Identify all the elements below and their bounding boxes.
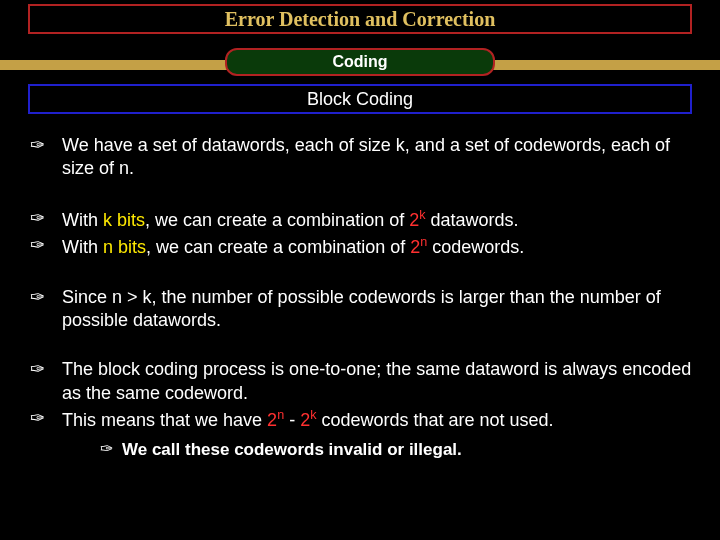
list-item: ✑ We have a set of datawords, each of si… [28, 134, 692, 181]
flourish-icon: ✑ [28, 234, 62, 257]
highlight: k bits [103, 210, 145, 230]
subtitle-bar: Block Coding [28, 84, 692, 114]
title-bar: Error Detection and Correction [28, 4, 692, 34]
bullet-text: We have a set of datawords, each of size… [62, 134, 692, 181]
coding-label: Coding [332, 53, 387, 71]
list-item: ✑ This means that we have 2n - 2k codewo… [28, 407, 692, 432]
bullet-text: Since n > k, the number of possible code… [62, 286, 692, 333]
list-item: ✑ Since n > k, the number of possible co… [28, 286, 692, 333]
bullet-text: This means that we have 2n - 2k codeword… [62, 407, 692, 432]
sub-bullet-text: We call these codewords invalid or illeg… [122, 439, 692, 461]
flourish-icon: ✑ [28, 407, 62, 430]
flourish-icon: ✑ [28, 286, 62, 309]
bullet-group-4: ✑ The block coding process is one-to-one… [28, 358, 692, 460]
sub-list-item: ✑ We call these codewords invalid or ill… [100, 439, 692, 461]
flourish-icon: ✑ [28, 134, 62, 157]
list-item: ✑ The block coding process is one-to-one… [28, 358, 692, 405]
bullet-group-3: ✑ Since n > k, the number of possible co… [28, 286, 692, 333]
bullet-group-2: ✑ With k bits, we can create a combinati… [28, 207, 692, 260]
bullet-text: With k bits, we can create a combination… [62, 207, 692, 232]
highlight-red: 2k [300, 410, 316, 430]
highlight-red: 2k [409, 210, 425, 230]
bullet-group-1: ✑ We have a set of datawords, each of si… [28, 134, 692, 181]
page-title: Error Detection and Correction [225, 8, 496, 31]
flourish-icon: ✑ [28, 358, 62, 381]
highlight-red: 2n [410, 237, 427, 257]
list-item: ✑ With n bits, we can create a combinati… [28, 234, 692, 259]
coding-badge: Coding [225, 48, 495, 76]
flourish-icon: ✑ [28, 207, 62, 230]
list-item: ✑ With k bits, we can create a combinati… [28, 207, 692, 232]
slide-content: ✑ We have a set of datawords, each of si… [28, 134, 692, 487]
bullet-text: With n bits, we can create a combination… [62, 234, 692, 259]
subtitle: Block Coding [307, 89, 413, 110]
highlight: n bits [103, 237, 146, 257]
highlight-red: 2n [267, 410, 284, 430]
flourish-icon: ✑ [100, 439, 122, 460]
bullet-text: The block coding process is one-to-one; … [62, 358, 692, 405]
